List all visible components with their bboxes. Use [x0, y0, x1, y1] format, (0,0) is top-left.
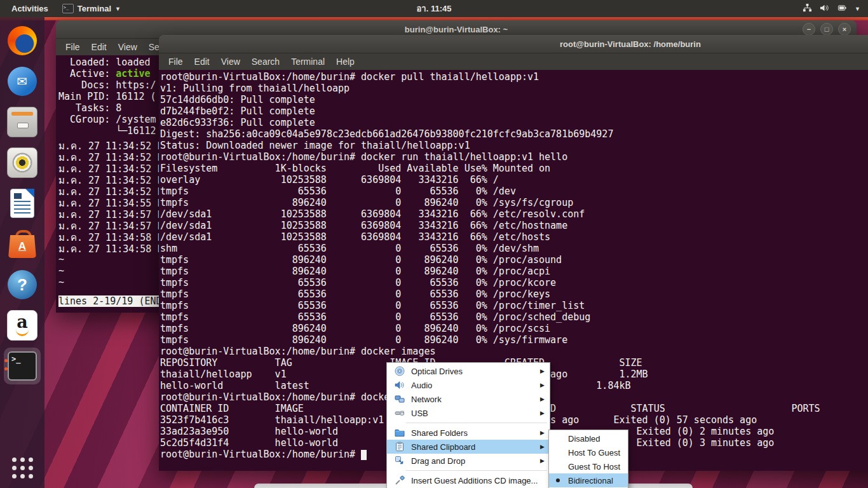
terminal-line: Status: Downloaded newer image for thaia…: [160, 140, 868, 151]
shared-clipboard-submenu: Disabled Host To Guest Guest To Host Bid…: [548, 430, 628, 488]
guest-additions-tool-icon: [393, 475, 406, 485]
clock[interactable]: อา. 11:45: [0, 0, 868, 17]
usb-icon: [393, 408, 406, 418]
journal-log-line: ม.ค. 27 11:34:52 b: [58, 140, 163, 152]
submenu-arrow-icon: ▶: [540, 444, 545, 450]
dock-item-writer[interactable]: [4, 185, 41, 222]
activities-button[interactable]: Activities: [11, 4, 48, 13]
fg-window-titlebar[interactable]: root@burin-VirtualBox: /home/burin: [159, 35, 868, 53]
terminal-line: tmpfs 65536 0 65536 0% /proc/keys: [160, 288, 868, 300]
dock-item-amazon[interactable]: a: [4, 307, 41, 344]
gnome-top-bar: Activities >_ Terminal ▼ อา. 11:45 ▼: [0, 0, 868, 17]
system-menu-chevron-icon[interactable]: ▼: [855, 6, 860, 12]
menu-view[interactable]: View: [215, 57, 246, 67]
terminal-line: tmpfs 65536 0 65536 0% /proc/sched_debug: [160, 311, 868, 323]
pager-tilde-line: ~: [58, 265, 64, 276]
journal-log-line: ม.ค. 27 11:34:52 b: [58, 152, 163, 163]
journal-log-line: ม.ค. 27 11:34:52 b: [58, 175, 163, 186]
submenu-arrow-icon: ▶: [540, 382, 545, 388]
volume-icon[interactable]: [820, 3, 829, 15]
menu-separator: [406, 470, 547, 471]
dock-item-terminal[interactable]: >_: [4, 348, 41, 384]
dock-item-rhythmbox[interactable]: [4, 144, 41, 181]
menu-help[interactable]: Help: [330, 57, 360, 67]
audio-icon: [393, 380, 406, 390]
terminal-line: Filesystem 1K-blocks Used Available Use%…: [160, 163, 868, 174]
terminal-line: v1: Pulling from thaiall/helloapp: [160, 83, 868, 94]
menu-search[interactable]: Search: [246, 57, 285, 67]
terminal-line: tmpfs 65536 0 65536 0% /proc/timer_list: [160, 300, 868, 311]
menu-item-network[interactable]: Network▶: [387, 392, 550, 406]
thunderbird-icon: ✉: [8, 67, 37, 96]
journal-log-line: ม.ค. 27 11:34:57 b: [58, 209, 163, 220]
vbox-devices-menu: Optical Drives▶ Audio▶ Network▶ USB▶ Sha…: [386, 362, 550, 488]
amazon-icon: a: [7, 310, 37, 341]
terminal-icon: >_: [8, 351, 37, 381]
dock: ✉ A ? a >_: [0, 17, 44, 488]
maximize-button[interactable]: □: [820, 23, 833, 36]
menu-file[interactable]: File: [163, 57, 189, 67]
journal-log-line: ม.ค. 27 11:34:55 b: [58, 198, 163, 209]
rhythmbox-icon: [7, 147, 37, 178]
dock-item-software[interactable]: A: [4, 226, 41, 262]
chevron-down-icon: ▼: [115, 6, 121, 12]
dock-item-files[interactable]: [4, 104, 41, 140]
dock-item-firefox[interactable]: [4, 22, 41, 59]
terminal-line: tmpfs 896240 0 896240 0% /proc/acpi: [160, 266, 868, 277]
menu-item-usb[interactable]: USB▶: [387, 406, 550, 420]
battery-icon[interactable]: [837, 3, 847, 15]
submenu-item-guest-to-host[interactable]: Guest To Host: [549, 459, 628, 473]
menu-edit[interactable]: Edit: [86, 42, 112, 52]
journal-log-line: ม.ค. 27 11:34:58 b: [58, 232, 163, 243]
dock-item-help[interactable]: ?: [4, 266, 41, 303]
submenu-item-bidirectional[interactable]: Bidirectional: [549, 473, 628, 487]
terminal-line: root@burin-VirtualBox:/home/burin# docke…: [160, 71, 868, 83]
menu-item-audio[interactable]: Audio▶: [387, 378, 550, 392]
submenu-arrow-icon: ▶: [540, 410, 545, 416]
app-indicator[interactable]: >_ Terminal ▼: [62, 4, 121, 13]
fg-window-menubar: File Edit View Search Terminal Help: [159, 53, 868, 70]
terminal-line: tmpfs 896240 0 896240 0% /proc/scsi: [160, 323, 868, 334]
fg-window-title: root@burin-VirtualBox: /home/burin: [560, 39, 701, 49]
network-icon[interactable]: [803, 3, 812, 15]
active-status-value: active: [116, 68, 150, 79]
terminal-line: shm 65536 0 65536 0% /dev/shm: [160, 243, 868, 254]
radio-selected-icon: [556, 478, 560, 482]
menu-view[interactable]: View: [112, 42, 143, 52]
menu-terminal[interactable]: Terminal: [285, 57, 330, 67]
menu-edit[interactable]: Edit: [189, 57, 215, 67]
menu-item-shared-clipboard[interactable]: Shared Clipboard▶: [387, 440, 550, 454]
terminal-line: tmpfs 65536 0 65536 0% /proc/kcore: [160, 277, 868, 288]
terminal-line: Digest: sha256:a0ca09c04a5e978c23edcb661…: [160, 128, 868, 140]
close-button[interactable]: ×: [838, 23, 851, 36]
bg-window-title: burin@burin-VirtualBox: ~: [405, 25, 508, 34]
help-icon: ?: [8, 270, 37, 299]
terminal-line: CGroup: /system: [58, 114, 156, 125]
network-adapter-icon: [393, 394, 406, 404]
menu-item-insert-guest-additions[interactable]: Insert Guest Additions CD image...: [387, 473, 550, 487]
menu-file[interactable]: File: [60, 42, 86, 52]
menu-item-shared-folders[interactable]: Shared Folders▶: [387, 426, 550, 440]
app-indicator-label: Terminal: [78, 4, 111, 13]
terminal-line: overlay 10253588 6369804 3343216 66% /: [160, 174, 868, 186]
terminal-line-active: Active: active: [58, 68, 156, 79]
submenu-item-host-to-guest[interactable]: Host To Guest: [549, 445, 628, 459]
minimize-button[interactable]: −: [803, 23, 815, 36]
journal-log-line: ม.ค. 27 11:34:52 b: [58, 186, 163, 198]
dock-item-thunderbird[interactable]: ✉: [4, 63, 41, 100]
libreoffice-writer-icon: [10, 189, 34, 218]
terminal-line: root@burin-VirtualBox:/home/burin# docke…: [160, 346, 868, 357]
show-applications-button[interactable]: [4, 449, 41, 486]
submenu-item-disabled[interactable]: Disabled: [549, 431, 628, 445]
terminal-line: tmpfs 896240 0 896240 0% /sys/fs/cgroup: [160, 197, 868, 208]
journal-log-line: ม.ค. 27 11:34:52 b: [58, 163, 163, 175]
terminal-line: /dev/sda1 10253588 6369804 3343216 66% /…: [160, 220, 868, 231]
journal-log-line: ม.ค. 27 11:34:58 b: [58, 243, 163, 255]
terminal-line: e82d6c933f36: Pull complete: [160, 117, 868, 128]
terminal-line: tmpfs 896240 0 896240 0% /sys/firmware: [160, 334, 868, 346]
menu-item-drag-and-drop[interactable]: Drag and Drop▶: [387, 454, 550, 468]
terminal-line: tmpfs 896240 0 896240 0% /proc/asound: [160, 254, 868, 266]
terminal-line: └─16112: [58, 125, 156, 137]
menu-item-optical-drives[interactable]: Optical Drives▶: [387, 364, 550, 378]
pager-tilde-line: ~: [58, 276, 64, 288]
